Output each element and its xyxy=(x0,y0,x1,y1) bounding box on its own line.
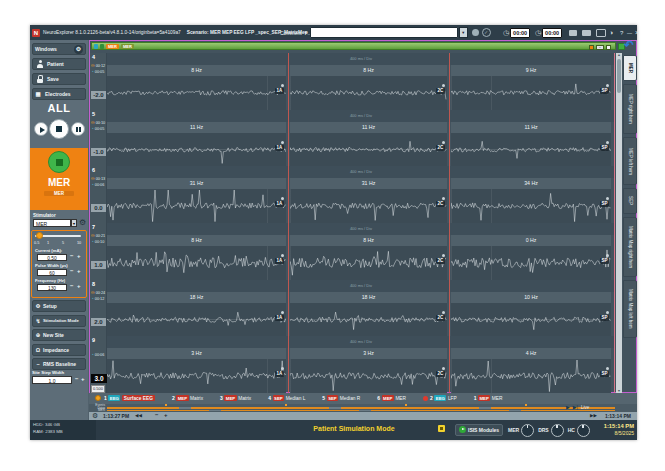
stimulator-select-arrow[interactable]: ▼ xyxy=(71,219,77,227)
waveform-cell[interactable] xyxy=(107,133,286,167)
play-icon[interactable]: ▶ xyxy=(566,404,570,410)
field-input[interactable]: 0.50 xyxy=(37,254,67,261)
field-minus-button[interactable]: − xyxy=(70,268,74,274)
minimize-button[interactable]: — xyxy=(627,30,632,36)
channel-row-9[interactable]: 400 ms / Div9◔ 00:063.03 Hz3 Hz4 Hz xyxy=(90,336,615,393)
stimulation-mode-button[interactable]: ↯Stimulation Mode xyxy=(32,315,86,327)
overview-range-handle-left[interactable] xyxy=(589,45,594,50)
check-circle-icon[interactable]: ✓ xyxy=(482,28,491,37)
gear-icon[interactable]: ⚙ xyxy=(74,45,83,54)
field-input[interactable]: 60 xyxy=(37,269,67,276)
pause-all-button[interactable] xyxy=(71,122,85,136)
channel-chip-mep-matrix[interactable]: 3MEPMatrix xyxy=(220,395,251,401)
field-minus-button[interactable]: − xyxy=(70,253,74,259)
scroll-up-icon[interactable]: ▲ xyxy=(616,53,622,57)
row-header[interactable]: 7∞ 00:21◔ 00:101.0 xyxy=(90,223,107,280)
row-header[interactable]: 4∞ 00:12◔ 00:05-2.0 xyxy=(90,53,107,110)
waveform-cell[interactable] xyxy=(107,246,286,280)
overview-range-handle-right[interactable] xyxy=(606,45,611,50)
channel-chip-mep-matrix[interactable]: 2MEPMatrix xyxy=(172,395,203,401)
rms-baseline-button[interactable]: −RMS Baseline xyxy=(32,358,86,370)
play-all-button[interactable] xyxy=(34,122,48,136)
waveform-cell[interactable] xyxy=(451,359,611,393)
row-header[interactable]: 5∞ 00:10◔ 00:05-1.0 xyxy=(90,110,107,167)
waveform-cell[interactable] xyxy=(107,189,286,223)
site-step-minus-button[interactable]: − xyxy=(75,376,79,382)
new-site-button[interactable]: ⊕New Site xyxy=(32,329,86,341)
scrollbar-thumb[interactable] xyxy=(617,59,621,93)
channel-row-5[interactable]: 400 ms / Div5∞ 00:10◔ 00:05-1.011 Hz11 H… xyxy=(90,110,615,167)
screenshot-icon[interactable] xyxy=(582,30,591,36)
view-tab-matrix-map-right-hem[interactable]: Matrix Map right hem xyxy=(623,217,637,277)
windows-button[interactable]: Windows ⚙ xyxy=(32,43,86,55)
waveform-cell[interactable] xyxy=(451,133,611,167)
sidebar-button-patient[interactable]: Patient xyxy=(32,58,86,70)
waveform-cell[interactable] xyxy=(290,303,447,337)
timeline-overview-bar[interactable]: MER MER − xyxy=(91,42,616,50)
comment-input[interactable] xyxy=(310,27,458,38)
monitor-icon[interactable] xyxy=(596,29,606,37)
gear-icon[interactable]: ⚙ xyxy=(92,412,98,420)
stop-all-button[interactable] xyxy=(49,119,69,139)
comment-bubble-icon[interactable] xyxy=(472,29,479,36)
rewind-button[interactable]: ◀◀ xyxy=(135,413,142,418)
close-button[interactable]: × xyxy=(635,29,639,36)
mer-stop-button[interactable] xyxy=(48,151,70,173)
field-input[interactable]: 130 xyxy=(37,284,67,291)
waveform-cell[interactable] xyxy=(451,303,611,337)
waveform-cell[interactable] xyxy=(107,359,286,393)
field-plus-button[interactable]: + xyxy=(77,268,81,274)
vertical-scrollbar[interactable]: ▲ ▼ xyxy=(616,53,622,393)
stimulator-gear-icon[interactable]: ⚙ xyxy=(79,218,86,227)
help-button[interactable]: ? xyxy=(620,30,623,36)
drive-track[interactable] xyxy=(107,407,615,409)
current-slider-thumb[interactable] xyxy=(36,232,43,239)
waveform-cell[interactable] xyxy=(451,189,611,223)
timer-2[interactable]: ◷ 00:00 xyxy=(535,28,562,38)
waveform-cell[interactable] xyxy=(451,76,611,110)
channel-row-8[interactable]: 400 ms / Div8∞ 00:24◔ 00:122.018 Hz18 Hz… xyxy=(90,280,615,337)
view-tab-sep[interactable]: SEP xyxy=(623,188,637,214)
channel-chip-sep-median-l[interactable]: 4SEPMedian L xyxy=(268,395,305,401)
channel-row-6[interactable]: 400 ms / Div6∞ 00:13◔ 00:060.031 Hz31 Hz… xyxy=(90,166,615,223)
overview-collapse-button[interactable]: − xyxy=(596,45,604,50)
setup-button[interactable]: ⚙Setup xyxy=(32,300,86,312)
events-track[interactable] xyxy=(107,404,615,406)
waveform-cell[interactable] xyxy=(290,133,447,167)
waveform-cell[interactable] xyxy=(290,246,447,280)
waveform-cell[interactable] xyxy=(107,76,286,110)
hc-knob[interactable] xyxy=(577,424,590,437)
sidebar-button-electrodes[interactable]: ▦Electrodes xyxy=(32,88,86,100)
contrast-icon[interactable]: ◑ xyxy=(609,25,613,40)
site-step-width-input[interactable]: 1.0 xyxy=(32,376,72,384)
channel-chip-eeg-lfp[interactable]: 2EEGLFP xyxy=(423,395,457,401)
mer-knob[interactable] xyxy=(521,424,534,437)
forward-button[interactable]: ▶▶ xyxy=(590,413,597,418)
waveform-cell[interactable] xyxy=(290,189,447,223)
view-tab-mep-right-hem[interactable]: MEP right hem xyxy=(623,84,637,134)
channel-row-7[interactable]: 400 ms / Div7∞ 00:21◔ 00:101.08 Hz8 Hz0 … xyxy=(90,223,615,280)
isis-modules-button[interactable]: ISIS Modules xyxy=(455,424,503,436)
channel-chip-eeg-surface-eeg[interactable]: 1EEGSurface EEG xyxy=(104,395,155,401)
channel-chip-mep-mer[interactable]: 1MEPMER xyxy=(474,395,503,401)
chevron-down-icon[interactable]: ▼ xyxy=(304,30,308,35)
comment-dropdown-button[interactable]: ▼ xyxy=(459,27,468,38)
field-plus-button[interactable]: + xyxy=(77,253,81,259)
drs-knob[interactable] xyxy=(551,424,564,437)
field-minus-button[interactable]: − xyxy=(70,283,74,289)
waveform-cell[interactable] xyxy=(290,76,447,110)
stimulator-select[interactable]: MER xyxy=(33,219,71,227)
waveform-cell[interactable] xyxy=(290,359,447,393)
view-tab-mep-left-hem[interactable]: MEP left hem xyxy=(623,137,637,185)
channel-row-4[interactable]: 400 ms / Div4∞ 00:12◔ 00:05-2.08 Hz8 Hz9… xyxy=(90,53,615,110)
zoom-in-button[interactable]: + xyxy=(164,412,168,418)
print-icon[interactable] xyxy=(569,30,577,36)
undo-icon[interactable]: ↶ xyxy=(624,38,634,52)
timer-1[interactable]: ◷ 00:00 xyxy=(503,28,530,38)
channel-chip-mep-mer[interactable]: 6MEPMER xyxy=(377,395,406,401)
step-forward-icon[interactable]: ▶| xyxy=(573,404,578,410)
view-tab-mer[interactable]: MER xyxy=(623,55,637,81)
field-plus-button[interactable]: + xyxy=(77,283,81,289)
channel-chip-sep-median-r[interactable]: 5SEPMedian R xyxy=(322,395,360,401)
sidebar-button-save[interactable]: Save xyxy=(32,73,86,85)
